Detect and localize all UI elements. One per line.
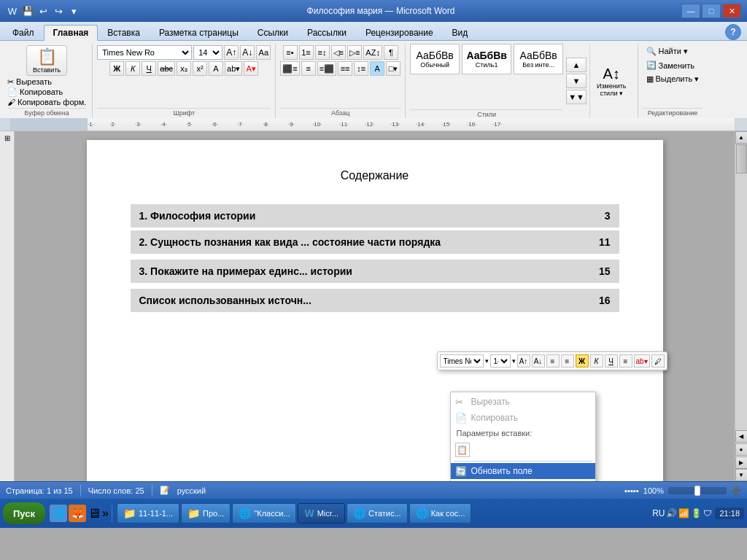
more-styles-btn[interactable]: ▼▼ xyxy=(566,90,587,104)
taskbar-item-3[interactable]: W Micr... xyxy=(298,503,345,524)
copy-btn[interactable]: 📄 Копировать xyxy=(7,88,63,97)
tab-view[interactable]: Вид xyxy=(443,24,478,40)
line-spacing-btn[interactable]: ↕≡ xyxy=(354,61,368,76)
tab-file[interactable]: Файл xyxy=(3,24,44,40)
undo-qat-btn[interactable]: ↩ xyxy=(36,4,50,18)
maximize-btn[interactable]: □ xyxy=(702,4,721,18)
qat-more-btn[interactable]: ▾ xyxy=(67,4,80,18)
replace-btn[interactable]: 🔄 Заменить xyxy=(643,59,701,71)
align-left-btn[interactable]: ⬛≡ xyxy=(280,61,299,76)
subscript-btn[interactable]: x₂ xyxy=(177,61,191,76)
select-btn[interactable]: ▦ Выделить ▾ xyxy=(643,73,703,85)
style-normal[interactable]: АаБбВв Обычный xyxy=(410,44,460,74)
sort-btn[interactable]: AZ↕ xyxy=(363,45,382,60)
mini-align2-btn[interactable]: ≡ xyxy=(561,354,574,368)
decrease-indent-btn[interactable]: ◁≡ xyxy=(331,45,346,60)
mini-size-select[interactable]: 14 xyxy=(490,354,511,368)
mini-italic-btn[interactable]: К xyxy=(590,354,603,368)
taskbar-item-0[interactable]: 📁 11-11-1... xyxy=(117,503,179,524)
save-qat-btn[interactable]: 💾 xyxy=(21,4,34,18)
font-size-select[interactable]: 14 xyxy=(193,45,222,60)
ctx-update-field[interactable]: 🔄 Обновить поле xyxy=(451,463,595,479)
font-shrink-btn[interactable]: A↓ xyxy=(240,45,255,60)
mini-align-btn[interactable]: ≡ xyxy=(546,354,560,368)
zoom-slider[interactable] xyxy=(668,487,727,494)
scroll-styles-down[interactable]: ▼ xyxy=(566,74,587,88)
mini-color-btn[interactable]: 🖊 xyxy=(651,354,665,368)
zoom-in-btn[interactable]: ➕ xyxy=(731,486,741,495)
strikethrough-btn[interactable]: abc xyxy=(158,61,175,76)
document-page: Содержание 1. Философия истории 3 2. Сущ… xyxy=(87,140,663,481)
taskbar-item-2[interactable]: 🌐 "Класси... xyxy=(232,503,296,524)
superscript-btn[interactable]: x² xyxy=(193,61,207,76)
mini-font-select[interactable]: Times Ne xyxy=(440,354,484,368)
align-right-btn[interactable]: ≡⬛ xyxy=(317,61,336,76)
mini-shrink-btn[interactable]: A↓ xyxy=(532,354,545,368)
start-button[interactable]: Пуск xyxy=(3,502,45,524)
scroll-track[interactable] xyxy=(735,144,747,430)
minimize-btn[interactable]: — xyxy=(681,4,700,18)
show-marks-btn[interactable]: ¶ xyxy=(384,45,398,60)
mini-bold-btn[interactable]: Ж xyxy=(576,354,589,368)
ctx-paste-btn[interactable]: 📋 xyxy=(455,443,470,457)
tab-mailings[interactable]: Рассылки xyxy=(298,24,356,40)
cut-btn[interactable]: ✂ Вырезать xyxy=(7,77,52,87)
tab-review[interactable]: Рецензирование xyxy=(356,24,443,40)
mini-grow-btn[interactable]: A↑ xyxy=(517,354,530,368)
next-page-btn[interactable]: ▶ xyxy=(735,456,748,469)
clear-format-btn[interactable]: Aa xyxy=(256,45,271,60)
left-ruler-btn[interactable]: ⊞ xyxy=(4,134,10,142)
ctx-copy[interactable]: 📄 Копировать xyxy=(451,410,595,426)
format-painter-btn[interactable]: 🖌 Копировать форм. xyxy=(7,98,86,106)
bold-btn[interactable]: Ж xyxy=(109,61,124,76)
ctx-cut[interactable]: ✂ Вырезать xyxy=(451,394,595,410)
tab-insert[interactable]: Вставка xyxy=(98,24,150,40)
scroll-thumb[interactable] xyxy=(736,144,747,174)
change-styles-btn[interactable]: A↕ Изменитьстили ▾ xyxy=(593,63,630,99)
zoom-thumb[interactable] xyxy=(694,486,700,496)
style-style1[interactable]: АаБбВв Стиль1 xyxy=(462,44,511,74)
prev-page-btn[interactable]: ◀ xyxy=(735,430,748,443)
increase-indent-btn[interactable]: ▷≡ xyxy=(347,45,362,60)
justify-btn[interactable]: ≡≡ xyxy=(338,61,352,76)
italic-btn[interactable]: К xyxy=(125,61,140,76)
tab-home[interactable]: Главная xyxy=(44,25,98,41)
mini-highlight-btn[interactable]: ab▾ xyxy=(634,354,650,368)
scroll-styles-up[interactable]: ▲ xyxy=(566,58,587,72)
underline-btn[interactable]: Ч xyxy=(142,61,156,76)
text-effect-btn[interactable]: A xyxy=(209,61,223,76)
tab-page-layout[interactable]: Разметка страницы xyxy=(150,24,248,40)
font-name-select[interactable]: Times New Ro xyxy=(97,45,192,60)
document-area[interactable]: Содержание 1. Философия истории 3 2. Сущ… xyxy=(15,131,735,481)
taskbar-item-1[interactable]: 📁 Про... xyxy=(181,503,231,524)
scroll-up-btn[interactable]: ▲ xyxy=(735,131,748,144)
align-center-btn[interactable]: ≡ xyxy=(301,61,316,76)
vertical-scrollbar[interactable]: ▲ ◀ ● ▶ ▼ xyxy=(735,131,747,481)
highlight-btn[interactable]: ab▾ xyxy=(225,61,242,76)
font-grow-btn[interactable]: A↑ xyxy=(224,45,239,60)
help-button[interactable]: ? xyxy=(725,24,741,40)
redo-qat-btn[interactable]: ↪ xyxy=(52,4,65,18)
taskbar-item-4[interactable]: 🌐 Статис... xyxy=(347,503,408,524)
tab-references[interactable]: Ссылки xyxy=(248,24,298,40)
firefox-quick-launch[interactable]: 🦊 xyxy=(69,505,86,522)
close-btn[interactable]: ✕ xyxy=(722,4,741,18)
taskbar-item-5[interactable]: 🌐 Как сос... xyxy=(409,503,472,524)
more-btn[interactable]: » xyxy=(102,507,109,520)
find-btn[interactable]: 🔍 Найти ▾ xyxy=(643,45,701,58)
scroll-down-btn[interactable]: ▼ xyxy=(735,469,748,481)
select-browse-btn[interactable]: ● xyxy=(735,443,748,456)
border-btn[interactable]: □▾ xyxy=(386,61,400,76)
mini-underline-btn[interactable]: Ч xyxy=(605,354,618,368)
style-no-spacing[interactable]: АаБбВв Без инте... xyxy=(514,44,563,74)
font-color-btn[interactable]: A▾ xyxy=(244,61,258,76)
show-desktop-btn[interactable]: 🖥 xyxy=(88,506,101,521)
ie-quick-launch[interactable]: 🌐 xyxy=(50,505,67,522)
numbering-btn[interactable]: 1≡ xyxy=(299,45,314,60)
mini-aligntext-btn[interactable]: ≡ xyxy=(619,354,632,368)
multilevel-btn[interactable]: ≡↕ xyxy=(315,45,330,60)
bullets-btn[interactable]: ≡• xyxy=(283,45,298,60)
shading-btn[interactable]: A xyxy=(370,61,384,76)
paste-button[interactable]: 📋 Вставить xyxy=(26,45,67,76)
ctx-edit-field[interactable]: Изменить поле... xyxy=(451,479,595,481)
